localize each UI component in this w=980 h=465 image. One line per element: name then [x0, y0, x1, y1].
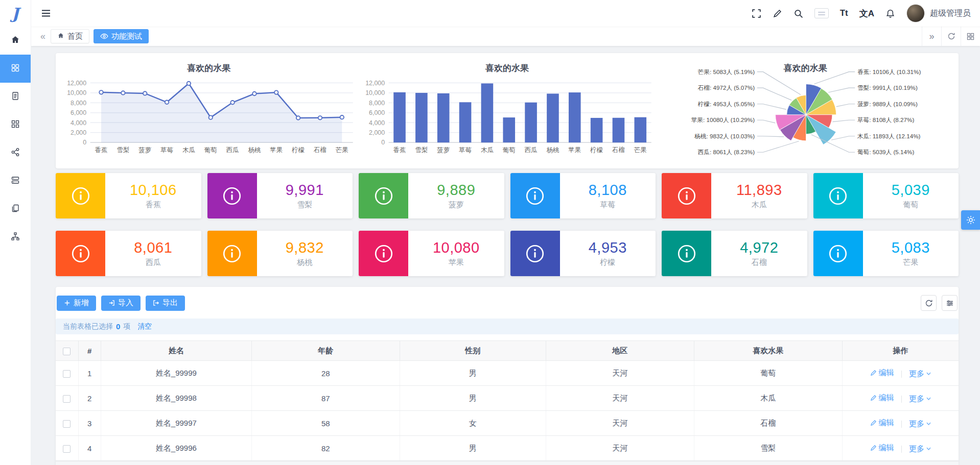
tab-refresh-icon[interactable] — [941, 27, 961, 46]
row-age: 58 — [251, 411, 400, 436]
row-checkbox[interactable] — [63, 445, 71, 453]
data-table: # 姓名 年龄 性别 地区 喜欢水果 操作 1 姓名_99999 28 男 天河… — [56, 340, 959, 461]
sidebar-item-database[interactable] — [0, 167, 31, 195]
row-checkbox[interactable] — [63, 370, 71, 378]
info-icon — [56, 231, 105, 276]
tab-function-test[interactable]: 功能测试 — [94, 29, 149, 43]
row-name: 姓名_99996 — [101, 436, 251, 461]
row-checkbox[interactable] — [63, 395, 71, 403]
svg-text:柠檬: 4953人 (5.05%): 柠檬: 4953人 (5.05%) — [697, 101, 755, 107]
stat-card: 9,889 菠萝 — [359, 173, 504, 218]
import-button[interactable]: 导入 — [101, 296, 141, 311]
svg-text:6,000: 6,000 — [369, 109, 385, 116]
row-index: 2 — [78, 386, 101, 411]
card-label: 芒果 — [903, 258, 918, 267]
svg-text:葡萄: 葡萄 — [503, 146, 516, 154]
settings-drawer-button[interactable] — [961, 210, 980, 230]
card-label: 香蕉 — [146, 200, 161, 210]
svg-text:雪梨: 雪梨 — [116, 146, 129, 154]
col-region: 地区 — [546, 341, 694, 361]
edit-link[interactable]: 编辑 — [870, 418, 894, 428]
sitemap-icon — [10, 231, 20, 243]
edit-link[interactable]: 编辑 — [870, 393, 894, 403]
svg-text:西瓜: 8061人 (8.23%): 西瓜: 8061人 (8.23%) — [698, 149, 755, 155]
tab-home[interactable]: 首页 — [51, 29, 89, 43]
more-link[interactable]: 更多 — [909, 394, 931, 404]
fullscreen-icon[interactable] — [752, 9, 761, 18]
add-button-label: 新增 — [74, 298, 89, 308]
share-network-icon — [10, 147, 20, 159]
info-icon — [813, 231, 863, 276]
column-settings-button[interactable] — [942, 295, 958, 311]
col-gender: 性别 — [400, 341, 546, 361]
app-logo[interactable]: J — [0, 0, 31, 27]
sidebar-item-tree[interactable] — [0, 223, 31, 251]
svg-text:香蕉: 香蕉 — [95, 146, 108, 154]
row-age: 28 — [251, 361, 400, 386]
export-button-label: 导出 — [162, 298, 178, 308]
export-button[interactable]: 导出 — [146, 296, 185, 311]
sidebar-item-home[interactable] — [0, 27, 31, 55]
sidebar-item-docs[interactable] — [0, 83, 31, 111]
clear-selection-link[interactable]: 清空 — [137, 319, 152, 334]
sidebar-item-cluster[interactable] — [0, 139, 31, 167]
card-label: 雪梨 — [297, 200, 312, 210]
sidebar-item-modules[interactable] — [0, 111, 31, 139]
tab-options-grid-icon[interactable] — [961, 27, 980, 46]
apps-icon — [10, 63, 20, 75]
svg-text:4,000: 4,000 — [71, 119, 86, 127]
selection-text: 当前表格已选择 — [63, 319, 113, 334]
svg-text:石榴: 石榴 — [612, 146, 625, 154]
edit-link[interactable]: 编辑 — [870, 368, 894, 378]
svg-text:雪梨: 雪梨 — [415, 146, 428, 154]
stat-card: 9,832 杨桃 — [207, 231, 353, 276]
chart-title: 喜欢的水果 — [656, 62, 954, 74]
notification-bell-icon[interactable] — [885, 9, 895, 18]
divider — [901, 421, 902, 428]
menu-toggle-icon[interactable] — [41, 9, 51, 17]
card-label: 杨桃 — [297, 258, 312, 267]
info-icon — [56, 173, 105, 218]
add-button[interactable]: 新增 — [57, 296, 96, 311]
card-value: 9,889 — [437, 182, 475, 199]
svg-text:苹果: 苹果 — [568, 146, 581, 154]
stat-card: 4,972 石榴 — [662, 231, 807, 276]
svg-text:草莓: 8108人 (8.27%): 草莓: 8108人 (8.27%) — [857, 116, 915, 123]
mini-badge[interactable] — [814, 8, 829, 18]
row-gender: 男 — [400, 361, 546, 386]
tabs-scroll-left-icon[interactable]: « — [35, 31, 51, 42]
svg-text:苹果: 苹果 — [270, 146, 283, 154]
info-icon — [813, 173, 863, 218]
brush-icon[interactable] — [773, 9, 782, 18]
edit-link[interactable]: 编辑 — [870, 443, 894, 453]
search-icon[interactable] — [794, 9, 803, 18]
table-row: 3 姓名_99997 58 女 天河 石榴 编辑 更多 — [56, 411, 959, 436]
font-size-icon[interactable]: Tt — [840, 8, 848, 18]
svg-text:菠萝: 菠萝 — [138, 146, 151, 154]
svg-text:杨桃: 杨桃 — [546, 146, 559, 154]
row-name: 姓名_99997 — [101, 411, 251, 436]
svg-text:木瓜: 木瓜 — [481, 146, 494, 154]
row-region: 天河 — [546, 411, 694, 436]
stat-card: 9,991 雪梨 — [207, 173, 353, 218]
more-link[interactable]: 更多 — [909, 419, 931, 429]
user-name[interactable]: 超级管理员 — [930, 8, 971, 19]
col-fruit: 喜欢水果 — [694, 341, 842, 361]
more-link[interactable]: 更多 — [909, 369, 931, 379]
table-footer — [56, 461, 959, 465]
tabs-scroll-right-icon[interactable]: » — [922, 27, 941, 46]
page-content: 喜欢的水果 02,0004,0006,0008,00010,00012,000香… — [31, 46, 980, 465]
row-gender: 男 — [400, 436, 546, 461]
svg-text:苹果: 10080人 (10.29%): 苹果: 10080人 (10.29%) — [691, 116, 755, 123]
sidebar-item-pages[interactable] — [0, 195, 31, 223]
col-name: 姓名 — [101, 341, 251, 361]
avatar[interactable] — [906, 4, 925, 22]
refresh-table-button[interactable] — [921, 295, 937, 311]
select-all-checkbox[interactable] — [63, 348, 71, 355]
row-age: 87 — [251, 386, 400, 411]
table-panel: 新增 导入 导出 — [56, 287, 959, 465]
more-link[interactable]: 更多 — [909, 444, 931, 454]
row-checkbox[interactable] — [63, 420, 71, 428]
sidebar-item-active-module[interactable] — [0, 55, 31, 83]
translate-icon[interactable]: 文A — [859, 8, 874, 19]
